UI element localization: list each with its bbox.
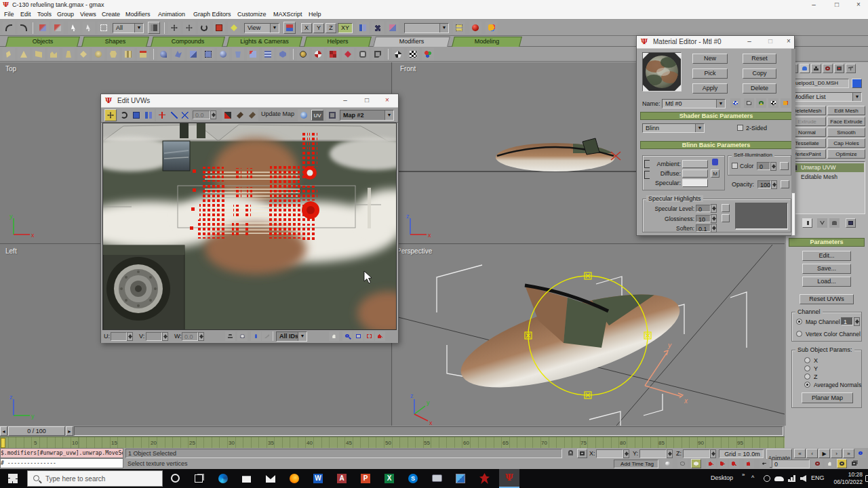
rotation-value-spinner[interactable] xyxy=(210,110,216,119)
uv-canvas[interactable] xyxy=(102,123,397,330)
modifier-materialmod-icon[interactable] xyxy=(327,48,339,60)
key-mode-4-icon[interactable] xyxy=(744,459,754,468)
maximize-button[interactable]: □ xyxy=(831,0,842,10)
freeform-tool-icon[interactable] xyxy=(156,109,168,121)
update-map-button[interactable]: Update Map xyxy=(261,110,294,117)
pc-settings-icon[interactable] xyxy=(432,474,442,482)
go-to-start-button[interactable]: « xyxy=(794,449,806,458)
padlock-icon[interactable] xyxy=(712,159,718,165)
modifier-twist-icon[interactable] xyxy=(33,48,45,60)
averaged-normals-radio[interactable] xyxy=(804,382,810,388)
ambient-color-swatch[interactable] xyxy=(682,160,708,168)
self-illum-value-field[interactable]: 0 xyxy=(757,162,770,170)
zoom-to-gizmo-icon[interactable] xyxy=(375,331,385,341)
network-icon[interactable] xyxy=(788,475,795,482)
specular-color-swatch[interactable] xyxy=(682,179,708,187)
diffuse-map-button[interactable]: M xyxy=(711,169,719,178)
save-uvws-button[interactable]: Save... xyxy=(802,264,851,274)
modifier-optimize-icon[interactable] xyxy=(312,48,324,60)
modifier-camouflage-icon[interactable] xyxy=(392,48,404,60)
material-name-dropdown[interactable]: Mtl #0▼ xyxy=(662,99,726,108)
material-editor-icon[interactable] xyxy=(469,22,481,34)
xy-snap-icon[interactable] xyxy=(179,109,191,121)
modifier-push-icon[interactable] xyxy=(92,48,104,60)
copy-material-button[interactable]: Copy xyxy=(743,68,776,79)
select-and-move-alt-icon[interactable] xyxy=(183,22,195,34)
modifier-taper-icon[interactable] xyxy=(18,48,30,60)
pan-hand-icon[interactable] xyxy=(825,459,835,468)
toolbar-chevrons[interactable]: » xyxy=(742,472,745,478)
material-sample-slot[interactable] xyxy=(642,52,682,92)
sub-y-radio[interactable] xyxy=(804,365,810,371)
modifier-mirror-icon[interactable] xyxy=(172,48,184,60)
named-selection-dropdown[interactable]: ▼ xyxy=(404,23,449,33)
menu-customize[interactable]: Customize xyxy=(237,11,267,18)
material-editor-maximize[interactable]: □ xyxy=(765,37,776,47)
key-icon[interactable] xyxy=(760,459,770,468)
minimize-button[interactable]: – xyxy=(808,0,819,10)
select-and-rotate-icon[interactable] xyxy=(198,22,210,34)
motion-tab-icon[interactable] xyxy=(823,64,833,73)
show-hidden-icons-caret[interactable]: ^ xyxy=(751,474,754,481)
scale-tool-icon[interactable] xyxy=(130,109,142,121)
tab-modifiers[interactable]: Modifiers xyxy=(373,37,450,47)
tab-objects[interactable]: Objects xyxy=(5,37,80,47)
modifier-sphere-icon[interactable] xyxy=(217,48,229,60)
ambient-diffuse-lock-icon[interactable] xyxy=(644,160,650,168)
frame-indicator[interactable] xyxy=(1,438,5,448)
show-map-in-viewport-icon[interactable] xyxy=(768,98,778,108)
chevron-down-icon[interactable]: ▼ xyxy=(384,110,393,120)
show-map-globe-icon[interactable] xyxy=(298,109,310,121)
edit-uvws-minimize[interactable]: – xyxy=(340,96,351,106)
taskbar-search-box[interactable]: Type here to search xyxy=(27,470,163,487)
modifier-checker-icon[interactable] xyxy=(407,48,419,60)
current-frame-field[interactable]: 0 xyxy=(772,460,810,468)
start-button[interactable] xyxy=(8,474,18,483)
modifier-trash-icon[interactable] xyxy=(232,48,244,60)
menu-group[interactable]: Group xyxy=(57,11,74,18)
chevron-down-icon[interactable]: ▼ xyxy=(298,332,307,341)
pick-material-button[interactable]: Pick xyxy=(692,68,728,79)
hierarchy-tab-icon[interactable] xyxy=(811,64,821,73)
vertex-color-radio[interactable] xyxy=(796,331,802,337)
v-field[interactable] xyxy=(146,332,162,341)
cortana-icon[interactable] xyxy=(171,474,180,483)
apply-material-button[interactable]: Apply xyxy=(692,83,728,94)
modifier-stack-unwrap-uvw[interactable]: Unwrap UVW xyxy=(789,163,864,172)
glossiness-spinner[interactable] xyxy=(711,214,717,223)
show-end-result-icon[interactable] xyxy=(817,218,827,228)
time-slider-right-arrow[interactable]: ► xyxy=(66,426,73,436)
restrict-z-button[interactable]: Z xyxy=(326,23,336,33)
u-field[interactable] xyxy=(111,332,127,341)
lock-icon[interactable] xyxy=(644,171,650,179)
excel-icon[interactable]: X xyxy=(384,474,394,483)
material-editor-title-bar[interactable]: Ψ Material Editor - Mtl #0 – □ × xyxy=(637,36,794,49)
menu-create[interactable]: Create xyxy=(102,11,120,18)
desktop-toolbar-label[interactable]: Desktop xyxy=(711,474,733,481)
parameters-rollout-header[interactable]: Parameters xyxy=(789,238,865,247)
undo-icon[interactable] xyxy=(3,22,15,34)
zoom-region-icon[interactable] xyxy=(353,331,363,341)
reset-map-icon[interactable] xyxy=(756,98,766,108)
y-coord-field[interactable] xyxy=(639,449,667,458)
next-frame-button[interactable]: › xyxy=(831,449,842,458)
planar-map-button[interactable]: Planar Map xyxy=(802,392,853,403)
soften-spinner[interactable] xyxy=(711,224,717,232)
modifier-stack-editable-mesh[interactable]: Editable Mesh xyxy=(789,173,864,182)
chevron-down-icon[interactable]: ▼ xyxy=(852,93,861,101)
edit-uvws-button[interactable]: Edit... xyxy=(802,251,851,261)
modifier-bend-icon[interactable] xyxy=(3,48,15,60)
delete-material-button[interactable]: Delete xyxy=(743,83,776,94)
x-coord-field[interactable] xyxy=(596,449,623,458)
modifier-displace-icon[interactable] xyxy=(187,48,199,60)
utilities-tab-icon[interactable] xyxy=(846,64,856,73)
glossiness-field[interactable]: 10 xyxy=(696,215,711,222)
sub-z-radio[interactable] xyxy=(804,373,810,380)
menu-views[interactable]: Views xyxy=(80,11,96,18)
add-time-tag-field[interactable]: Add Time Tag xyxy=(614,460,658,468)
select-by-name-dialog-icon[interactable] xyxy=(148,22,160,34)
move-tool-icon[interactable] xyxy=(104,109,117,121)
display-tab-icon[interactable] xyxy=(834,64,844,73)
optimize-button[interactable]: Optimize xyxy=(827,149,865,159)
opacity-spinner[interactable] xyxy=(771,180,777,189)
